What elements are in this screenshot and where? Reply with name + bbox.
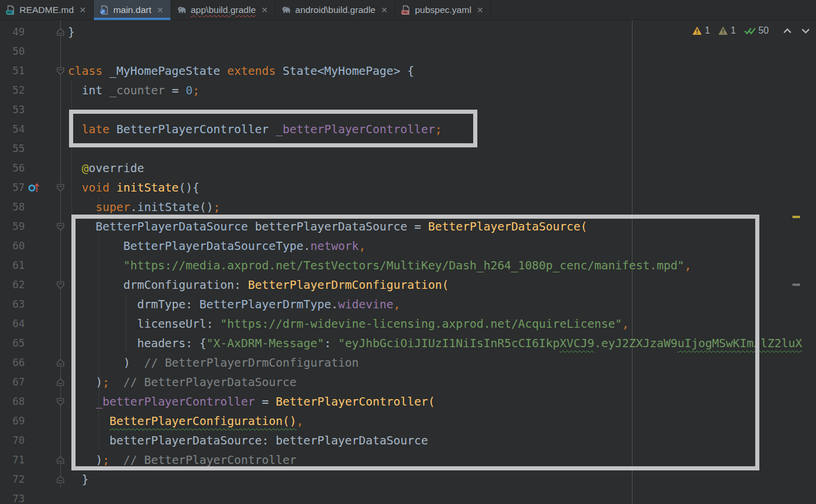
code-text[interactable]: licenseUrl: "https://drm-widevine-licens…	[68, 314, 629, 334]
overrides-method-icon[interactable]	[27, 182, 40, 193]
code-text[interactable]: _betterPlayerController = BetterPlayerCo…	[68, 392, 435, 411]
line-number: 64	[0, 314, 25, 334]
code-token: _betterPlayerController	[96, 395, 255, 409]
code-text[interactable]: int _counter = 0;	[68, 81, 199, 100]
code-text[interactable]: class _MyHomePageState extends State<MyH…	[68, 61, 414, 81]
code-token: ,	[359, 239, 366, 253]
code-text[interactable]: ) // BetterPlayerDrmConfiguration	[68, 353, 359, 373]
code-line-51: 51class _MyHomePageState extends State<M…	[0, 61, 816, 81]
code-token	[109, 123, 116, 136]
fold-collapse-icon[interactable]	[56, 183, 65, 192]
code-token: BetterPlayerDrmType	[199, 298, 331, 311]
code-token: State<MyHomePage>	[283, 64, 401, 78]
code-text[interactable]: ); // BetterPlayerDataSource	[68, 373, 296, 392]
tab-main-dart[interactable]: main.dart✕	[94, 0, 171, 19]
error-stripe-mark[interactable]	[792, 216, 800, 218]
line-number: 69	[0, 411, 25, 431]
code-text[interactable]: drmType: BetterPlayerDrmType.widevine,	[68, 295, 401, 314]
code-token: "https://media.axprod.net/TestVectors/Mu…	[123, 259, 684, 272]
code-token: // BetterPlayerDataSource	[123, 375, 297, 389]
code-token: initState	[137, 200, 199, 214]
yaml-file-icon: YML	[401, 5, 411, 15]
fold-end-icon[interactable]	[56, 28, 65, 37]
code-token: =	[255, 395, 276, 409]
code-text[interactable]: BetterPlayerDataSourceType.network,	[68, 236, 366, 256]
code-token	[220, 64, 227, 78]
close-icon[interactable]: ✕	[79, 5, 86, 15]
inspection-warning[interactable]: 1	[692, 25, 710, 36]
code-text[interactable]: late BetterPlayerController _betterPlaye…	[68, 120, 442, 139]
code-text[interactable]: super.initState();	[68, 197, 220, 217]
close-icon[interactable]: ✕	[477, 5, 484, 15]
code-token: ()	[199, 200, 213, 214]
inspection-warning[interactable]: 1	[718, 25, 736, 36]
next-highlight-button[interactable]	[801, 28, 810, 34]
code-token: licenseUrl:	[137, 317, 220, 331]
line-number: 62	[0, 275, 25, 295]
code-line-63: 63 drmType: BetterPlayerDrmType.widevine…	[0, 295, 816, 314]
code-token: headers: {	[137, 337, 206, 350]
warning-icon	[692, 26, 702, 35]
tab-pubspec-yaml[interactable]: YMLpubspec.yaml✕	[395, 0, 491, 19]
code-text[interactable]: betterPlayerDataSource: betterPlayerData…	[68, 431, 428, 450]
tab-app-build-gradle[interactable]: app\build.gradle✕	[171, 0, 276, 19]
code-token: BetterPlayerDataSource	[96, 220, 248, 233]
error-stripe-mark[interactable]	[792, 284, 800, 286]
svg-text:YML: YML	[402, 11, 409, 14]
fold-end-icon[interactable]	[56, 358, 65, 367]
line-number: 52	[0, 81, 25, 100]
fold-collapse-icon[interactable]	[56, 222, 65, 231]
code-token: XVCJ9	[560, 337, 595, 350]
code-text[interactable]: BetterPlayerConfiguration(),	[68, 411, 303, 431]
fold-end-icon[interactable]	[56, 456, 65, 465]
code-text[interactable]: }	[68, 22, 75, 42]
close-icon[interactable]: ✕	[381, 5, 388, 15]
code-line-59: 59 BetterPlayerDataSource betterPlayerDa…	[0, 217, 816, 236]
line-number: 72	[0, 470, 25, 489]
code-token: {	[401, 64, 414, 78]
close-icon[interactable]: ✕	[157, 5, 164, 15]
code-token: // BetterPlayerController	[123, 453, 297, 467]
tab-android-build-gradle[interactable]: android\build.gradle✕	[276, 0, 395, 19]
fold-end-icon[interactable]	[56, 475, 65, 484]
code-token: )	[96, 453, 103, 467]
fold-collapse-icon[interactable]	[56, 67, 65, 75]
line-number: 57	[0, 178, 25, 197]
code-line-57: 57 void initState(){	[0, 178, 816, 197]
code-text[interactable]: }	[68, 470, 89, 489]
line-number: 61	[0, 256, 25, 275]
fold-collapse-icon[interactable]	[56, 397, 65, 406]
inspection-checks[interactable]: 50	[744, 25, 769, 36]
code-token	[103, 64, 110, 78]
code-line-56: 56 @override	[0, 159, 816, 178]
code-text[interactable]: "https://media.axprod.net/TestVectors/Mu…	[68, 256, 692, 275]
code-text[interactable]: ); // BetterPlayerController	[68, 450, 296, 470]
code-line-52: 52 int _counter = 0;	[0, 81, 816, 100]
code-text[interactable]: void initState(){	[68, 178, 199, 197]
code-editor[interactable]: 49}5051class _MyHomePageState extends St…	[0, 20, 816, 504]
code-token: late	[81, 123, 109, 136]
code-line-62: 62 drmConfiguration: BetterPlayerDrmConf…	[0, 275, 816, 295]
code-token: override	[89, 162, 144, 175]
code-token: extends	[227, 64, 276, 78]
code-line-53: 53	[0, 100, 816, 120]
code-token: (){	[179, 181, 199, 195]
code-text[interactable]: drmConfiguration: BetterPlayerDrmConfigu…	[68, 275, 449, 295]
code-text[interactable]: @override	[68, 159, 144, 178]
code-text[interactable]: BetterPlayerDataSource betterPlayerDataS…	[68, 217, 588, 236]
fold-collapse-icon[interactable]	[56, 281, 65, 289]
code-token: =	[165, 84, 185, 97]
code-text[interactable]: headers: {"X-AxDRM-Message": "eyJhbGciOi…	[68, 334, 802, 353]
code-line-68: 68 _betterPlayerController = BetterPlaye…	[0, 392, 816, 411]
code-token: @	[81, 162, 89, 175]
line-number: 50	[0, 42, 25, 61]
code-token: ;	[103, 375, 110, 389]
previous-highlight-button[interactable]	[783, 28, 792, 34]
close-icon[interactable]: ✕	[261, 5, 268, 15]
fold-end-icon[interactable]	[56, 378, 65, 387]
tab-readme-md[interactable]: MDREADME.md✕	[0, 0, 94, 19]
code-token: drmConfiguration:	[123, 278, 248, 292]
line-number: 60	[0, 236, 25, 256]
code-line-61: 61 "https://media.axprod.net/TestVectors…	[0, 256, 816, 275]
line-number: 54	[0, 120, 25, 139]
